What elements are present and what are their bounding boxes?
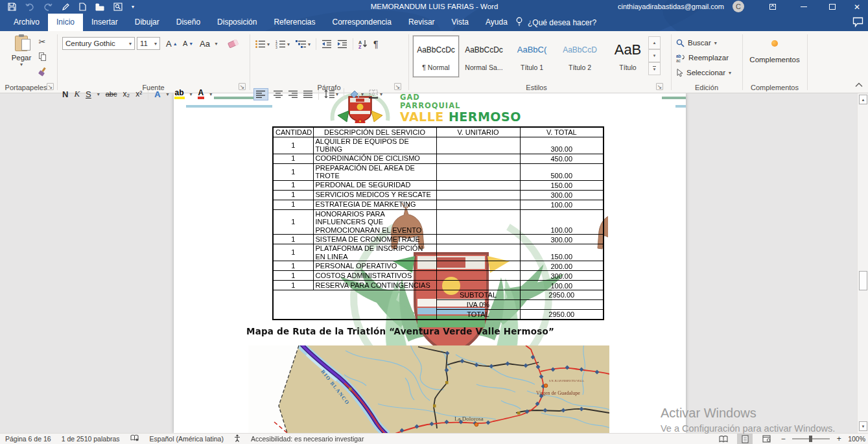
style-card-normal-sa-[interactable]: AaBbCcDcNormal Sa... <box>461 36 507 77</box>
services-table[interactable]: CANTIDADDESCRIPCIÓN DEL SERVICIOV. UNITA… <box>272 126 604 320</box>
summary-label[interactable]: IVA 0% <box>436 300 520 310</box>
accessibility-status[interactable]: Accesibilidad: es necesario investigar <box>251 435 364 443</box>
proofing-icon[interactable] <box>130 434 139 443</box>
highlight-caret-icon[interactable]: ▾ <box>190 91 193 97</box>
draw-pen-icon[interactable] <box>62 3 70 11</box>
feedback-icon[interactable] <box>852 17 863 30</box>
decrease-indent-icon[interactable] <box>322 40 332 49</box>
scroll-up-icon[interactable]: ▲ <box>859 95 867 104</box>
account-avatar[interactable]: C <box>733 1 744 12</box>
table-cell[interactable]: PERDONAL DE SEGURIDAD <box>313 180 436 190</box>
copy-icon[interactable] <box>36 51 48 62</box>
table-cell[interactable]: 1 <box>273 281 313 290</box>
restore-icon[interactable] <box>823 0 842 14</box>
qat-more-icon[interactable]: ▾ <box>132 4 134 10</box>
style-card-t-tulo-2[interactable]: AaBbCcDTítulo 2 <box>557 36 603 77</box>
change-case-icon[interactable]: Aa ▾ <box>200 37 218 50</box>
language-indicator[interactable]: Español (América latina) <box>150 435 224 443</box>
clear-formatting-icon[interactable] <box>228 37 238 50</box>
replace-button[interactable]: abac Reemplazar <box>676 52 729 64</box>
collapse-ribbon-icon[interactable] <box>855 78 863 90</box>
table-cell[interactable]: 1 <box>273 190 313 200</box>
zoom-in-icon[interactable]: + <box>836 434 842 443</box>
summary-label[interactable]: TOTAL <box>436 310 520 320</box>
font-name-combo[interactable]: Century Gothic ▾ <box>62 37 135 50</box>
table-cell[interactable]: 100.00 <box>520 281 604 290</box>
styles-scroll-up-icon[interactable]: ▲ <box>648 36 661 49</box>
print-layout-icon[interactable] <box>737 434 753 444</box>
zoom-out-icon[interactable]: − <box>780 434 786 443</box>
tab-inicio[interactable]: Inicio <box>48 14 83 31</box>
summary-value[interactable] <box>520 300 604 310</box>
table-cell[interactable]: COSTOS ADMINISTRATIVOS <box>313 271 436 281</box>
summary-value[interactable]: 2950.00 <box>520 310 604 320</box>
table-cell[interactable]: 1 <box>273 235 313 244</box>
select-button[interactable]: Seleccionar ▾ <box>676 67 731 78</box>
undo-icon[interactable] <box>25 3 34 11</box>
table-cell[interactable] <box>436 209 520 235</box>
cut-icon[interactable]: ✂ <box>36 36 48 47</box>
table-cell[interactable] <box>436 235 520 244</box>
word-count[interactable]: 1 de 2510 palabras <box>62 435 120 443</box>
web-layout-icon[interactable] <box>758 434 774 444</box>
table-cell[interactable] <box>436 261 520 271</box>
table-cell[interactable] <box>436 200 520 209</box>
scrollbar-thumb[interactable] <box>859 271 867 290</box>
table-cell[interactable]: 1 <box>273 154 313 163</box>
table-cell[interactable]: HONORARIOS PARA INFLUENCERS QUE PROMOCIO… <box>313 209 436 235</box>
ribbon-display-options-icon[interactable] <box>763 0 782 14</box>
table-cell[interactable] <box>436 281 520 290</box>
styles-more-icon[interactable]: ▼ <box>648 62 661 75</box>
map-heading[interactable]: Mapa de Ruta de la Triatlón “Aventura Ve… <box>246 326 554 336</box>
zoom-slider-thumb[interactable] <box>809 436 812 442</box>
paragraph-dialog-launcher-icon[interactable]: ↘ <box>394 83 401 90</box>
table-cell[interactable]: 150.00 <box>520 180 604 190</box>
tab-archivo[interactable]: Archivo <box>5 14 48 31</box>
tab-dibujar[interactable]: Dibujar <box>126 14 168 31</box>
table-cell[interactable]: 450.00 <box>520 154 604 163</box>
table-cell[interactable]: 300.00 <box>520 235 604 244</box>
font-name-caret-icon[interactable]: ▾ <box>129 41 132 47</box>
font-color-caret-icon[interactable]: ▾ <box>209 91 212 97</box>
tab-insertar[interactable]: Insertar <box>83 14 126 31</box>
font-size-combo[interactable]: 11 ▾ <box>137 37 160 50</box>
account-email[interactable]: cinthiayadirabastidas@gmail.com <box>618 0 724 14</box>
tab-diseno[interactable]: Diseño <box>168 14 209 31</box>
style-card-t-tulo-1[interactable]: AaBbC(Título 1 <box>509 36 555 77</box>
redo-icon[interactable] <box>43 3 53 11</box>
table-cell[interactable]: 1 <box>273 180 313 190</box>
summary-label[interactable]: SUBTOTAL <box>436 290 520 300</box>
table-cell[interactable]: 300.00 <box>520 137 604 154</box>
close-icon[interactable]: ✕ <box>847 0 867 14</box>
underline-caret-icon[interactable]: ▾ <box>97 91 100 97</box>
table-cell[interactable]: 500.00 <box>520 163 604 180</box>
table-cell[interactable] <box>436 271 520 281</box>
shrink-font-icon[interactable]: A▼ <box>183 37 193 50</box>
table-cell[interactable]: SERVICIOS MEDICOS Y RESCATE <box>313 190 436 200</box>
style-card-t-tulo[interactable]: AaBTítulo <box>605 36 651 77</box>
table-cell[interactable]: COORDINACIÓN DE CICLISMO <box>313 154 436 163</box>
table-cell[interactable]: 100.00 <box>520 200 604 209</box>
table-cell[interactable]: 1 <box>273 163 313 180</box>
numbering-icon[interactable]: 123▾ <box>275 40 290 49</box>
tab-vista[interactable]: Vista <box>443 14 477 31</box>
table-cell[interactable]: 1 <box>273 261 313 271</box>
tab-revisar[interactable]: Revisar <box>400 14 443 31</box>
text-effects-caret-icon[interactable]: ▾ <box>167 91 169 97</box>
summary-value[interactable]: 2950.00 <box>520 290 604 300</box>
multilevel-list-icon[interactable]: ▾ <box>295 40 311 49</box>
bullets-icon[interactable]: ▾ <box>255 40 270 49</box>
table-cell[interactable]: 1 <box>273 244 313 261</box>
minimize-icon[interactable] <box>794 0 814 14</box>
scroll-down-icon[interactable]: ▼ <box>859 421 867 431</box>
table-cell[interactable]: 300.00 <box>520 271 604 281</box>
table-cell[interactable]: 1 <box>273 200 313 209</box>
table-cell[interactable]: ESTRATEGIA DE MARKETING <box>313 200 436 209</box>
table-cell[interactable] <box>436 244 520 261</box>
font-dialog-launcher-icon[interactable]: ↘ <box>239 83 246 90</box>
increase-indent-icon[interactable] <box>337 40 347 49</box>
table-cell[interactable]: RESERVA PARA CONTINGENCIAS <box>313 281 436 290</box>
font-size-caret-icon[interactable]: ▾ <box>154 41 157 47</box>
tell-me-box[interactable]: ¿Qué desea hacer? <box>515 14 596 31</box>
styles-dialog-launcher-icon[interactable]: ↘ <box>656 83 663 90</box>
